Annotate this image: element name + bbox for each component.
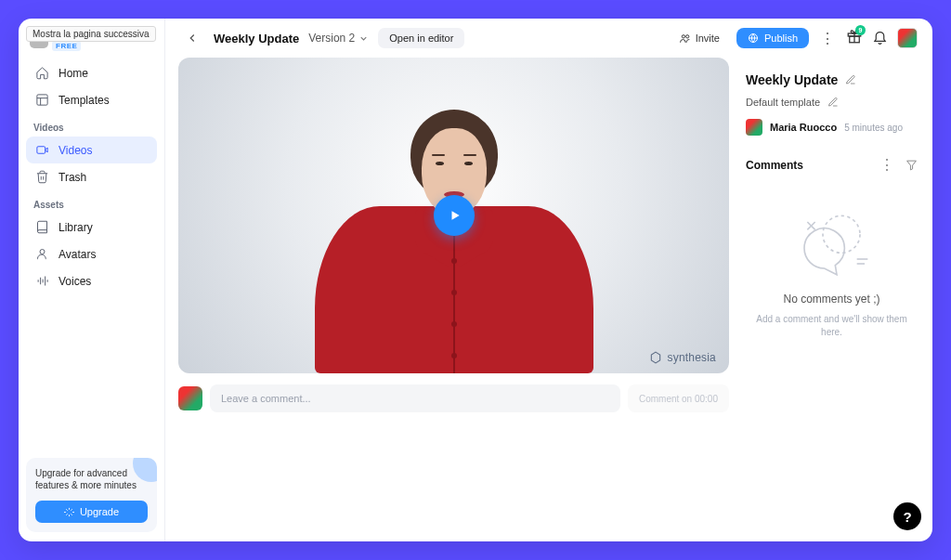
filter-icon[interactable] [905,159,918,171]
video-icon [35,143,49,157]
author-name: Maria Ruocco [770,122,837,133]
voices-icon [35,274,49,288]
play-button[interactable] [434,195,475,236]
nav-home-label: Home [59,67,88,80]
rp-subtitle: Default template [746,97,820,108]
play-icon [449,209,462,222]
publish-button[interactable]: Publish [736,28,809,48]
topbar-right: Invite Publish ⋮ 9 [671,28,918,49]
nav-templates[interactable]: Templates [26,86,157,113]
section-label-videos: Videos [26,117,157,137]
section-label-assets: Assets [26,194,157,214]
comments-header: Comments ⋮ [746,156,918,174]
notifications-button[interactable] [872,29,888,48]
nav-voices[interactable]: Voices [26,267,157,294]
nav-avatars-label: Avatars [59,248,96,261]
watermark-text: synthesia [668,351,717,364]
gift-badge: 9 [855,25,866,35]
people-icon [679,33,691,45]
nav-trash-label: Trash [59,171,86,184]
svg-point-5 [40,250,45,254]
upgrade-button[interactable]: Upgrade [35,501,148,523]
svg-point-11 [682,34,684,37]
comments-more-icon[interactable]: ⋮ [879,156,894,174]
svg-rect-0 [37,95,47,105]
author-row: Maria Ruocco 5 minutes ago [746,119,918,136]
more-menu[interactable]: ⋮ [818,30,837,47]
invite-label: Invite [696,33,720,44]
browser-tooltip: Mostra la pagina successiva [26,26,156,42]
right-panel: Weekly Update Default template Maria Ruo… [742,58,932,541]
chevron-down-icon [358,33,369,44]
nav-library-label: Library [59,221,93,234]
empty-comments-icon [786,205,879,285]
author-timestamp: 5 minutes ago [844,123,903,133]
templates-icon [35,93,49,107]
chevron-left-icon [186,32,199,45]
app-frame: Mostra la pagina successiva FREE Home Te… [19,19,932,541]
comments-title: Comments [746,159,803,172]
comment-compose-row: Comment on 00:00 [178,384,729,412]
version-selector[interactable]: Version 2 [308,32,369,45]
comments-empty-state: No comments yet ;) Add a comment and we'… [746,205,918,338]
sidebar: Mostra la pagina successiva FREE Home Te… [19,19,165,541]
nav-templates-label: Templates [59,94,110,107]
svg-rect-3 [37,147,46,154]
synthesia-logo-icon [649,351,662,364]
edit-subtitle-icon[interactable] [827,97,839,108]
author-avatar [746,119,762,136]
video-player[interactable]: synthesia [178,58,729,373]
user-avatar[interactable] [897,28,918,48]
topbar: Weekly Update Version 2 Open in editor I… [165,19,932,58]
nav-voices-label: Voices [59,275,91,288]
plan-badge: FREE [52,41,81,51]
svg-marker-19 [651,352,659,363]
comment-time-button[interactable]: Comment on 00:00 [628,384,729,412]
open-in-editor-button[interactable]: Open in editor [378,28,464,48]
svg-point-21 [823,215,860,253]
back-button[interactable] [180,26,204,50]
nav-library[interactable]: Library [26,214,157,241]
body: synthesia Comment on 00:00 Weekly Update… [165,58,932,541]
svg-marker-18 [451,211,459,219]
svg-marker-20 [907,161,917,170]
version-label: Version 2 [308,32,355,45]
upgrade-card: Upgrade for advanced features & more min… [26,458,157,532]
upgrade-text: Upgrade for advanced features & more min… [35,467,148,491]
upgrade-button-label: Upgrade [80,506,119,517]
nav-home[interactable]: Home [26,59,157,86]
invite-button[interactable]: Invite [671,28,727,49]
comment-input[interactable] [210,384,620,412]
rp-title: Weekly Update [746,72,838,87]
empty-title: No comments yet ;) [783,293,879,306]
nav-videos-label: Videos [59,144,92,157]
main-area: Weekly Update Version 2 Open in editor I… [165,19,932,541]
home-icon [35,66,49,80]
nav-avatars[interactable]: Avatars [26,241,157,267]
empty-subtitle: Add a comment and we'll show them here. [746,313,918,338]
svg-point-12 [685,34,688,37]
library-icon [35,220,49,234]
help-fab[interactable]: ? [893,502,921,530]
nav-videos[interactable]: Videos [26,137,157,163]
page-title: Weekly Update [214,32,299,46]
avatars-icon [35,247,49,261]
trash-icon [35,170,49,184]
center-column: synthesia Comment on 00:00 [165,58,742,541]
gift-button[interactable]: 9 [846,28,863,48]
watermark: synthesia [649,351,717,364]
publish-label: Publish [764,33,798,44]
sparkle-icon [64,507,74,517]
edit-title-icon[interactable] [845,74,856,85]
bell-icon [872,29,888,45]
globe-icon [748,33,759,44]
compose-avatar [178,386,202,410]
nav-trash[interactable]: Trash [26,163,157,190]
